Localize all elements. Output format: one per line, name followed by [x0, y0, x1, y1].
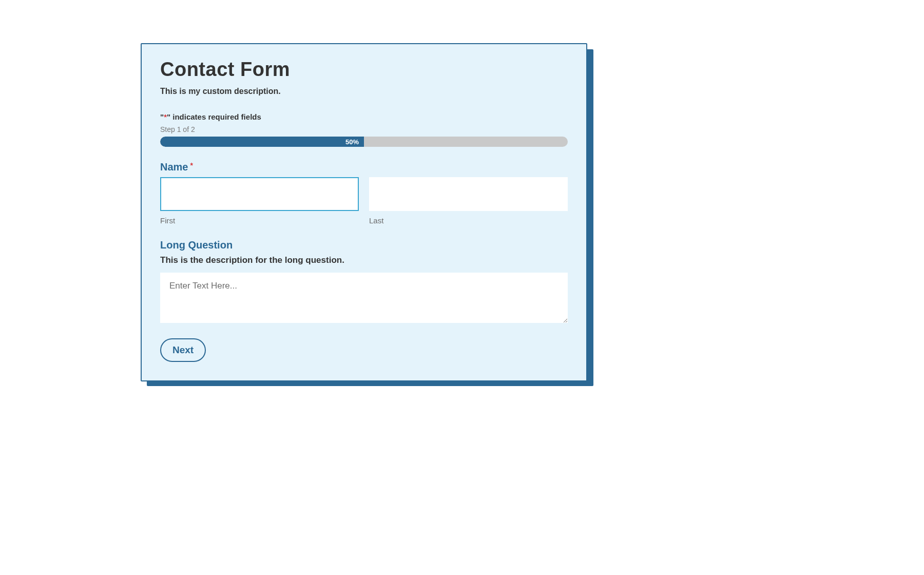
next-button[interactable]: Next [160, 338, 206, 362]
form-description: This is my custom description. [160, 87, 568, 96]
last-name-input[interactable] [369, 177, 568, 211]
first-name-sublabel: First [160, 216, 359, 225]
name-input-row: First Last [160, 177, 568, 225]
long-question-description: This is the description for the long que… [160, 255, 568, 265]
form-container: Contact Form This is my custom descripti… [141, 43, 587, 381]
step-indicator: Step 1 of 2 [160, 125, 568, 133]
long-question-textarea[interactable] [160, 273, 568, 323]
name-required-marker: * [190, 161, 192, 169]
last-name-sublabel: Last [369, 216, 568, 225]
first-name-column: First [160, 177, 359, 225]
long-question-label: Long Question [160, 239, 568, 251]
progress-bar: 50% [160, 137, 568, 147]
required-fields-note: "*" indicates required fields [160, 112, 568, 121]
name-section: Name* First Last [160, 161, 568, 225]
progress-bar-fill: 50% [160, 137, 364, 147]
name-label-text: Name [160, 161, 188, 172]
progress-bar-text: 50% [345, 138, 359, 146]
required-note-suffix: " indicates required fields [167, 112, 261, 121]
last-name-column: Last [369, 177, 568, 225]
form-title: Contact Form [160, 59, 568, 81]
contact-form-card: Contact Form This is my custom descripti… [141, 43, 587, 381]
name-field-label: Name* [160, 161, 568, 173]
long-question-section: Long Question This is the description fo… [160, 239, 568, 325]
first-name-input[interactable] [160, 177, 359, 211]
